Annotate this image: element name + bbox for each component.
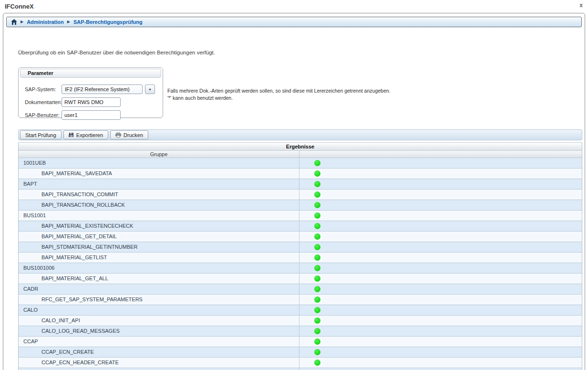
table-row[interactable]: BAPI_MATERIAL_GET_ALL	[19, 274, 582, 284]
table-row[interactable]: CCAP	[19, 337, 582, 347]
status-cell	[299, 253, 582, 263]
window-title: IFConneX	[5, 3, 34, 10]
status-ok-dot	[314, 349, 320, 355]
status-ok-dot	[314, 202, 320, 208]
parameter-panel: Parameter SAP-System: IF2 (IF2 Reference…	[18, 67, 163, 118]
status-cell	[299, 221, 582, 231]
table-row[interactable]: BAPT	[19, 179, 582, 190]
table-row[interactable]: BAPI_TRANSACTION_ROLLBACK	[19, 200, 582, 211]
status-ok-dot	[314, 223, 320, 229]
status-cell	[299, 263, 582, 273]
status-cell	[299, 305, 582, 315]
table-row[interactable]: BAPI_MATERIAL_SAVEDATA	[19, 169, 582, 179]
table-row[interactable]: BAPI_MATERIAL_GET_DETAIL	[19, 232, 582, 242]
function-name-cell: BAPI_STDMATERIAL_GETINTNUMBER	[19, 242, 299, 252]
table-row[interactable]: BUS1001006	[19, 263, 582, 274]
results-toolbar: Start Prüfung Exportieren Drucken	[18, 129, 582, 140]
status-cell	[299, 232, 582, 242]
status-cell	[299, 158, 582, 168]
breadcrumb-separator-icon: ▶	[67, 20, 70, 24]
group-name-cell: BUS1001006	[19, 263, 299, 273]
home-icon[interactable]	[11, 19, 17, 25]
save-icon	[69, 132, 74, 137]
table-row[interactable]: BAPI_MATERIAL_GETLIST	[19, 253, 582, 263]
status-ok-dot	[314, 170, 320, 177]
status-ok-dot	[314, 286, 320, 292]
status-cell	[299, 295, 582, 305]
dokumentarten-input[interactable]	[62, 97, 121, 107]
status-ok-dot	[314, 328, 320, 334]
printer-icon	[115, 132, 121, 137]
table-row[interactable]: CALO_INIT_API	[19, 316, 582, 326]
group-name-cell: BAPT	[19, 179, 299, 189]
results-table-header-row: Gruppe	[19, 151, 582, 158]
status-cell	[299, 200, 582, 210]
function-name-cell: CCAP_ECN_HEADER_CREATE	[19, 358, 299, 368]
exportieren-button[interactable]: Exportieren	[63, 130, 108, 139]
function-name-cell: BAPI_TRANSACTION_ROLLBACK	[19, 200, 299, 210]
status-ok-dot	[314, 359, 320, 366]
table-row[interactable]: RFC_GET_SAP_SYSTEM_PARAMETERS	[19, 295, 582, 305]
status-ok-dot	[314, 265, 320, 271]
table-row[interactable]: BAPI_MATERIAL_EXISTENCECHECK	[19, 221, 582, 232]
status-cell	[299, 326, 582, 336]
table-row[interactable]: CCAP_ECN_HEADER_CREATE	[19, 358, 582, 368]
table-row[interactable]: CALO	[19, 305, 582, 316]
drucken-button-label: Drucken	[124, 132, 143, 138]
status-ok-dot	[314, 296, 320, 303]
exportieren-button-label: Exportieren	[76, 132, 103, 138]
function-name-cell: BAPI_MATERIAL_GET_DETAIL	[19, 232, 299, 242]
start-pruefung-button[interactable]: Start Prüfung	[20, 130, 62, 139]
function-name-cell: CCAP_ECN_CREATE	[19, 347, 299, 357]
function-name-cell: CALO_LOG_READ_MESSAGES	[19, 326, 299, 336]
page-description: Überprüfung ob ein SAP-Benutzer über die…	[18, 50, 215, 55]
table-row[interactable]: CCAP_ECN_CREATE	[19, 347, 582, 358]
table-row[interactable]: 1001UEB	[19, 158, 582, 169]
status-ok-dot	[314, 307, 320, 313]
breadcrumb-item-sap-berechtigungspruefung[interactable]: SAP-Berechtigungsprüfung	[73, 19, 143, 25]
status-ok-dot	[314, 191, 320, 198]
dokumentarten-label: Dokumentarten:	[25, 99, 62, 105]
close-icon[interactable]: x	[579, 2, 583, 9]
sap-benutzer-label: SAP-Benutzer:	[25, 112, 60, 118]
results-table-title: Ergebnisse	[19, 142, 582, 151]
table-row[interactable]: CADR	[19, 284, 582, 295]
table-row[interactable]: BUS1001	[19, 211, 582, 221]
dokumentarten-field-row: Dokumentarten:	[19, 97, 163, 107]
status-ok-dot	[314, 212, 320, 219]
status-ok-dot	[314, 317, 320, 324]
sap-system-combobox[interactable]: IF2 (IF2 Reference System)	[62, 85, 143, 94]
status-ok-dot	[314, 244, 320, 250]
table-row[interactable]: CALO_LOG_READ_MESSAGES	[19, 326, 582, 337]
hint-line-1: Falls mehrere Dok.-Arten geprüft werden …	[167, 87, 391, 95]
breadcrumb-separator-icon: ▶	[21, 20, 23, 24]
results-table: Ergebnisse Gruppe 1001UEBBAPI_MATERIAL_S…	[18, 142, 582, 370]
sap-system-dropdown-button[interactable]: ▼	[145, 85, 155, 94]
drucken-button[interactable]: Drucken	[110, 130, 148, 139]
status-cell	[299, 190, 582, 200]
status-column-header[interactable]	[299, 151, 582, 158]
status-ok-dot	[314, 181, 320, 187]
group-name-cell: CCAP	[19, 337, 299, 347]
function-name-cell: BAPI_MATERIAL_GET_ALL	[19, 274, 299, 284]
function-name-cell: BAPI_MATERIAL_SAVEDATA	[19, 169, 299, 179]
group-name-cell: 1001UEB	[19, 158, 299, 168]
status-cell	[299, 358, 582, 368]
status-cell	[299, 368, 582, 370]
table-row[interactable]: BAPI_TRANSACTION_COMMIT	[19, 190, 582, 200]
status-cell	[299, 284, 582, 294]
status-cell	[299, 179, 582, 189]
breadcrumb: ▶ Administration ▶ SAP-Berechtigungsprüf…	[6, 17, 582, 27]
status-cell	[299, 347, 582, 357]
group-name-cell: CALO	[19, 305, 299, 315]
status-ok-dot	[314, 233, 320, 240]
table-row[interactable]: CCAP_ECN_HEADER_CHANGE	[19, 368, 582, 370]
function-name-cell: BAPI_TRANSACTION_COMMIT	[19, 190, 299, 200]
start-pruefung-button-label: Start Prüfung	[25, 132, 56, 138]
status-cell	[299, 337, 582, 347]
status-cell	[299, 274, 582, 284]
table-row[interactable]: BAPI_STDMATERIAL_GETINTNUMBER	[19, 242, 582, 253]
sap-benutzer-input[interactable]	[62, 110, 121, 120]
gruppe-column-header[interactable]: Gruppe	[19, 151, 299, 158]
breadcrumb-item-administration[interactable]: Administration	[27, 19, 64, 25]
